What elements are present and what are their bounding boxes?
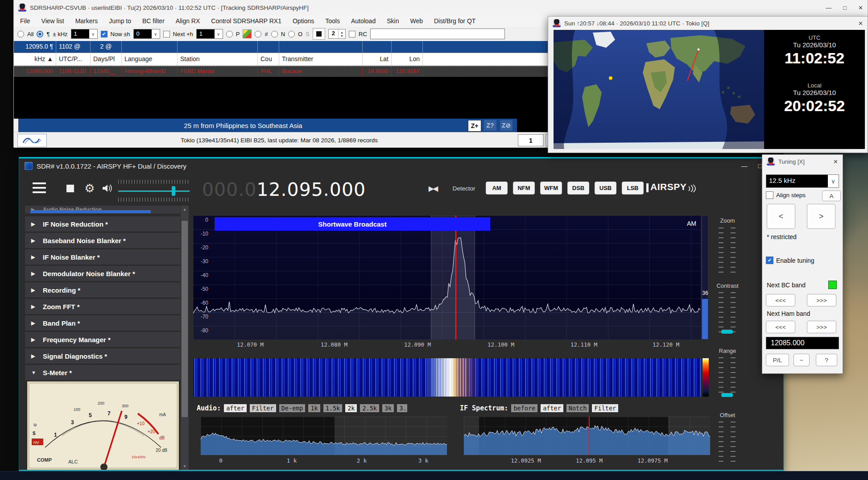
speaker-icon[interactable]: [99, 181, 116, 196]
zoom-plus-button[interactable]: Z+: [468, 120, 481, 132]
sidebar-item-frequency-manager[interactable]: ▶Frequency Manager *: [25, 332, 180, 347]
bc-band-fwd-button[interactable]: >>>: [807, 294, 836, 306]
zoom-query-button[interactable]: Z?: [484, 120, 496, 131]
taskbar[interactable]: [0, 471, 868, 480]
sidebar-item-band-plan[interactable]: ▶Band Plan *: [25, 315, 180, 331]
chevron-down-icon[interactable]: ∨: [89, 29, 97, 38]
map-titlebar[interactable]: Sun ↑20:57 ↓08:44 · 2026/03/10 11:02 UTC…: [548, 17, 868, 30]
step-down-button[interactable]: <: [767, 204, 795, 229]
sidebar-item-zoom-fft[interactable]: ▶Zoom FFT *: [25, 299, 180, 314]
audio-1k-chip[interactable]: 1k: [308, 404, 320, 412]
menu-options[interactable]: Options: [293, 17, 314, 25]
header-days[interactable]: Days/Pl: [91, 53, 122, 66]
waterfall-display[interactable]: [193, 358, 701, 397]
volume-handle[interactable]: [172, 186, 175, 196]
stop-button[interactable]: [313, 28, 325, 40]
zoom-slider[interactable]: [719, 228, 736, 276]
stop-button[interactable]: [62, 181, 78, 196]
mode-usb-button[interactable]: USB: [595, 182, 616, 194]
now-combo[interactable]: 0∨: [133, 29, 160, 39]
hamburger-menu-icon[interactable]: [33, 178, 57, 198]
n-radio[interactable]: [271, 31, 278, 37]
audio-1-5k-chip[interactable]: 1.5k: [323, 404, 343, 412]
ham-band-back-button[interactable]: <<<: [766, 321, 795, 333]
qth-map-icon[interactable]: [243, 29, 252, 38]
audio-after-chip[interactable]: after: [224, 404, 247, 412]
spectrum-display[interactable]: Shortwave Broadcast AM 0 -10 -20 -30 -40…: [193, 215, 701, 339]
spin-down-icon[interactable]: ▼: [340, 34, 343, 37]
record-number[interactable]: 1: [518, 134, 544, 146]
if-after-chip[interactable]: after: [541, 404, 563, 412]
align-steps-checkbox[interactable]: [766, 191, 773, 199]
count-spinner[interactable]: 2▲▼: [328, 29, 346, 39]
volume-slider[interactable]: [118, 190, 190, 192]
sidebar-scrollbar[interactable]: ▲ ▼: [181, 206, 189, 470]
a-button[interactable]: A: [822, 190, 841, 201]
next-combo[interactable]: 1∨: [196, 29, 223, 39]
close-icon[interactable]: ✕: [833, 158, 838, 165]
menu-bc-filter[interactable]: BC filter: [142, 17, 165, 25]
header-khz[interactable]: kHz ▲: [14, 53, 56, 66]
audio-2k-chip[interactable]: 2k: [345, 404, 357, 412]
audio-2-5k-chip[interactable]: 2.5k: [360, 404, 379, 412]
range-slider-handle[interactable]: [721, 393, 733, 397]
minimize-icon[interactable]: —: [826, 4, 831, 11]
header-transmitter[interactable]: Transmitter: [279, 53, 363, 66]
menu-align-rx[interactable]: Align RX: [176, 17, 200, 25]
khz-step-combo[interactable]: 1∨: [71, 29, 98, 39]
close-icon[interactable]: ✕: [858, 4, 863, 11]
scrollbar-thumb[interactable]: [182, 221, 188, 417]
header-language[interactable]: Language: [122, 53, 178, 66]
next-checkbox[interactable]: [163, 31, 170, 37]
menu-tools[interactable]: Tools: [325, 17, 340, 25]
header-country[interactable]: Cou: [258, 53, 279, 66]
sidebar-item-demodulator-noise-blanker[interactable]: ▶Demodulator Noise Blanker *: [25, 266, 180, 281]
ham-band-fwd-button[interactable]: >>>: [807, 321, 836, 333]
menu-markers[interactable]: Markers: [75, 17, 98, 25]
csvub-titlebar[interactable]: SDRSHARP-CSVUB · userlistEIBI · Tu(2) 20…: [14, 0, 868, 15]
sidebar-item-s-meter[interactable]: ▼S-Meter *: [25, 365, 180, 380]
menu-view-list[interactable]: View list: [41, 17, 64, 25]
header-station[interactable]: Station: [178, 53, 258, 66]
minimize-icon[interactable]: —: [741, 162, 748, 170]
o-radio[interactable]: [288, 31, 295, 37]
sidebar-item-audio-noise-reduction[interactable]: ▶ Audio Noise Reduction: [25, 206, 180, 214]
mode-am-button[interactable]: AM: [486, 182, 508, 194]
filter-input[interactable]: [370, 29, 505, 39]
scroll-up-icon[interactable]: ▲: [181, 206, 189, 213]
header-lat[interactable]: Lat: [363, 53, 392, 66]
audio-deemp-chip[interactable]: De-emp: [279, 404, 306, 412]
maximize-icon[interactable]: □: [843, 4, 847, 11]
gear-icon[interactable]: ⚙: [82, 181, 98, 196]
mode-lsb-button[interactable]: LSB: [622, 182, 644, 194]
pilcrow-radio[interactable]: [37, 31, 43, 37]
chevron-down-icon[interactable]: ∨: [215, 29, 223, 38]
help-button[interactable]: ?: [816, 354, 837, 366]
zoom-off-button[interactable]: Z⊘: [500, 120, 513, 131]
menu-autoload[interactable]: Autoload: [351, 17, 376, 25]
hash-radio[interactable]: [255, 31, 261, 37]
audio-clipped-chip[interactable]: 3.: [397, 404, 407, 412]
tuning-titlebar[interactable]: Tuning [X] ✕: [762, 155, 843, 168]
now-checkbox[interactable]: ✔: [101, 31, 107, 37]
all-radio[interactable]: [17, 31, 24, 37]
spin-up-icon[interactable]: ▲: [340, 31, 343, 34]
contrast-slider[interactable]: [719, 292, 736, 333]
mode-dsb-button[interactable]: DSB: [567, 182, 589, 194]
mode-nfm-button[interactable]: NFM: [513, 182, 535, 194]
header-utc[interactable]: UTC/P...: [56, 53, 91, 66]
header-lon[interactable]: Lon: [392, 53, 423, 66]
mode-wfm-button[interactable]: WFM: [540, 182, 562, 194]
chevron-down-icon[interactable]: ∨: [152, 29, 160, 38]
bc-band-back-button[interactable]: <<<: [766, 294, 795, 306]
menu-jump-to[interactable]: Jump to: [109, 17, 131, 25]
sdr-titlebar[interactable]: SDR# v1.0.0.1722 - AIRSPY HF+ Dual / Dis…: [19, 158, 783, 174]
audio-filter-chip[interactable]: Filter: [250, 404, 276, 412]
menu-control-sdrsharp[interactable]: Control SDRSHARP RX1: [211, 17, 281, 25]
snap-center-icon[interactable]: ▶◀: [425, 181, 440, 196]
scroll-down-icon[interactable]: ▼: [181, 463, 189, 470]
enable-tuning-checkbox[interactable]: ✔: [766, 257, 773, 264]
sidebar-item-signal-diagnostics[interactable]: ▶Signal Diagnostics *: [25, 348, 180, 364]
if-notch-chip[interactable]: Notch: [566, 404, 589, 412]
minus-button[interactable]: −: [794, 354, 810, 366]
